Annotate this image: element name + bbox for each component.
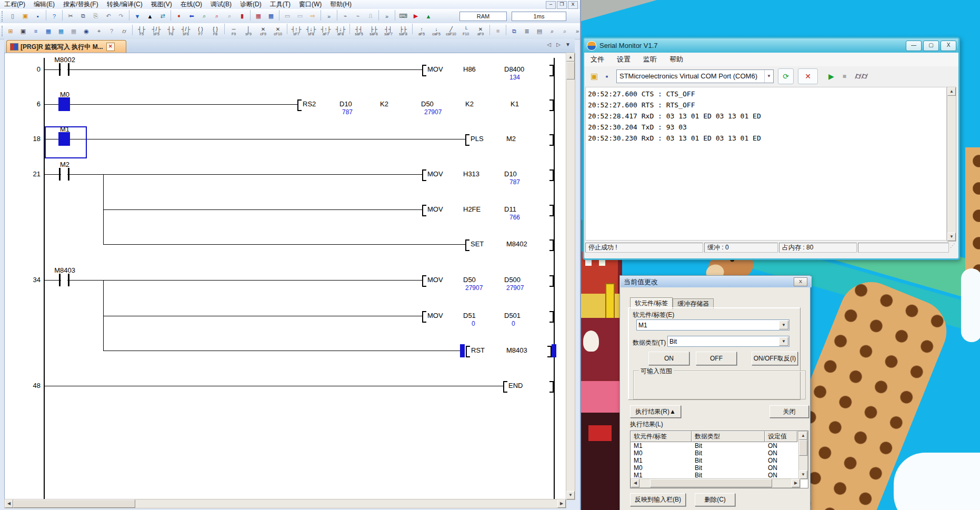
chevron-down-icon[interactable]: ▼ xyxy=(764,70,773,83)
delete-hline-button[interactable]: ✕cF9 xyxy=(256,24,271,38)
rising-pulse-button[interactable]: ┤↑├sF7 xyxy=(289,24,304,38)
overflow-chevron-icon[interactable]: » xyxy=(572,25,583,37)
instruction-opcode[interactable]: MOV xyxy=(427,170,443,178)
contact-energized[interactable] xyxy=(58,97,70,111)
instruction-opcode[interactable]: MOV xyxy=(427,65,443,74)
scroll-right-icon[interactable]: ▶ xyxy=(557,499,566,508)
tab-close-icon[interactable]: ✕ xyxy=(106,43,115,51)
instruction-operand[interactable]: D8400 xyxy=(504,65,524,74)
instruction-opcode[interactable]: MOV xyxy=(427,312,443,320)
help-circle-icon[interactable]: ? xyxy=(106,25,117,37)
tab-scroll-right-icon[interactable]: ▷ xyxy=(555,42,562,47)
serial-title-bar[interactable]: Serial Monitor V1.7 — ▢ X xyxy=(584,38,958,53)
horizontal-line-button[interactable]: ─F9 xyxy=(226,24,241,38)
scan-time-box[interactable]: 1ms xyxy=(512,12,566,21)
dialog-title-bar[interactable]: 当前值更改 xyxy=(621,276,812,287)
table-row[interactable]: M0BitON xyxy=(631,449,808,457)
overflow-chevron-icon[interactable]: » xyxy=(323,11,335,22)
selection-cursor[interactable] xyxy=(45,126,87,158)
table-vscroll-thumb[interactable] xyxy=(799,440,807,456)
instruction-opcode[interactable]: SET xyxy=(471,240,484,248)
device-batch-icon[interactable]: ▦ xyxy=(265,11,277,22)
scroll-down-icon[interactable]: ▼ xyxy=(799,471,807,479)
undo-icon[interactable]: ↶ xyxy=(103,11,114,22)
smenu-item[interactable]: 监听 xyxy=(637,54,663,65)
param-find-icon[interactable]: ⌖ xyxy=(93,25,105,37)
gxmenu-item[interactable]: 在线(O) xyxy=(176,0,206,9)
zoom-out-icon[interactable]: ⌕ xyxy=(559,25,571,37)
instruction-operand[interactable]: D10 xyxy=(504,170,517,178)
instruction-operand[interactable]: H313 xyxy=(463,170,479,178)
resize-grip-icon[interactable]: ⋰ xyxy=(950,243,955,254)
instruction-operand[interactable]: D501 xyxy=(504,312,521,320)
delete-vline-button[interactable]: ✕cF10 xyxy=(271,24,285,38)
rising-branch-button[interactable]: ┤↑├aF7 xyxy=(318,24,333,38)
scroll-up-icon[interactable]: ▲ xyxy=(566,53,575,62)
gxmenu-item[interactable]: 窗口(W) xyxy=(295,0,326,9)
instruction-operand[interactable]: M8403 xyxy=(506,346,527,355)
tab-prg-monitor[interactable]: [PRG]R 监视写入 执行中 M... ✕ xyxy=(6,40,126,53)
find-disabled-icon[interactable]: ⌕ xyxy=(224,11,235,22)
pulse-or-button[interactable]: ┤┤saF5 xyxy=(352,24,366,38)
device-find-icon[interactable]: ▦ xyxy=(43,25,54,37)
gxmenu-item[interactable]: 工具(T) xyxy=(266,0,295,9)
pulse-branch2-button[interactable]: ├├saF8 xyxy=(396,24,411,38)
mdi-close-button[interactable]: X xyxy=(568,1,578,9)
coil-button[interactable]: ( )F7 xyxy=(193,24,208,38)
instruction-operand[interactable]: K2 xyxy=(465,100,474,108)
table-row[interactable]: M1BitON xyxy=(631,442,808,449)
scroll-left-icon[interactable]: ◀ xyxy=(5,499,13,508)
stop-listen-icon[interactable]: ■ xyxy=(843,73,846,80)
device-combo[interactable]: M1 ▼ xyxy=(636,319,789,331)
dialog-close-icon[interactable]: X xyxy=(794,277,807,286)
reflect-to-input-button[interactable]: 反映到输入栏(B) xyxy=(630,493,686,506)
redo-icon[interactable]: ↷ xyxy=(115,11,127,22)
instruction-operand[interactable]: D50 xyxy=(463,276,476,284)
on-off-invert-button[interactable]: ON/OFF取反(I) xyxy=(752,352,798,365)
scroll-left-icon[interactable]: ◀ xyxy=(631,479,639,487)
tab-scroll-left-icon[interactable]: ◁ xyxy=(545,42,553,47)
instruction-operand[interactable]: M8402 xyxy=(506,240,527,248)
new-document-icon[interactable]: ▯ xyxy=(7,11,18,22)
device-test-icon[interactable]: ▦ xyxy=(253,11,264,22)
binoculars-icon[interactable]: ⌭ xyxy=(118,25,130,37)
memory-target-box[interactable]: RAM xyxy=(459,12,507,21)
minimize-button[interactable]: — xyxy=(906,41,922,51)
ladder-vscrollbar[interactable]: ▲ ▼ xyxy=(566,53,575,500)
gxmenu-item[interactable]: 诊断(D) xyxy=(236,0,266,9)
table-hscrollbar[interactable]: ◀ ▶ xyxy=(631,478,801,488)
table-hscroll-thumb[interactable] xyxy=(650,479,772,487)
instruction-opcode[interactable]: RS2 xyxy=(303,100,316,108)
paste-icon[interactable]: ⎘ xyxy=(90,11,102,22)
ladder-editor[interactable] xyxy=(4,53,566,500)
cross-reference-icon[interactable]: ⧉ xyxy=(508,25,520,37)
module-icon[interactable]: ▣ xyxy=(17,25,29,37)
delete-button[interactable]: 删除(C) xyxy=(695,493,735,506)
gxmenu-item[interactable]: 调试(B) xyxy=(206,0,236,9)
application-instruction-button[interactable]: { }F8 xyxy=(208,24,223,38)
zoom-in-icon[interactable]: ⌕ xyxy=(546,25,558,37)
tab-menu-icon[interactable]: ▼ xyxy=(564,42,572,47)
remote-operation-icon[interactable]: ⌨ xyxy=(397,11,409,22)
corner-line-button[interactable]: └F10 xyxy=(458,24,473,38)
com-port-select[interactable]: STMicroelectronics Virtual COM Port (COM… xyxy=(616,69,774,83)
contact-label[interactable]: M2 xyxy=(48,161,81,168)
close-contact-button[interactable]: ┤/├sF5 xyxy=(149,24,164,38)
instruction-operand[interactable]: D11 xyxy=(504,205,516,214)
save-icon[interactable]: ▪ xyxy=(32,11,44,22)
list-view-icon[interactable]: ≡ xyxy=(30,25,42,37)
open-contact-button[interactable]: ┤├F5 xyxy=(134,24,149,38)
table-vscrollbar[interactable]: ▲ ▼ xyxy=(798,431,808,479)
instruction-operand[interactable]: D500 xyxy=(504,276,521,284)
gxmenu-item[interactable]: 视图(V) xyxy=(147,0,176,9)
open-folder-icon[interactable]: ▣ xyxy=(19,11,31,22)
overflow-chevron-icon[interactable]: » xyxy=(381,11,393,22)
verify-with-plc-icon[interactable]: ⇄ xyxy=(157,11,168,22)
instruction-opcode[interactable]: PLS xyxy=(471,135,484,143)
instruction-operand[interactable]: H86 xyxy=(463,65,476,74)
instruction-operand[interactable]: M2 xyxy=(506,135,516,143)
scroll-down-icon[interactable]: ▼ xyxy=(566,491,575,499)
monitor-pulse-icon[interactable]: ⎍ xyxy=(365,11,376,22)
scroll-up-icon[interactable]: ▲ xyxy=(799,432,807,440)
doc-gray2-icon[interactable]: ▭ xyxy=(294,11,306,22)
